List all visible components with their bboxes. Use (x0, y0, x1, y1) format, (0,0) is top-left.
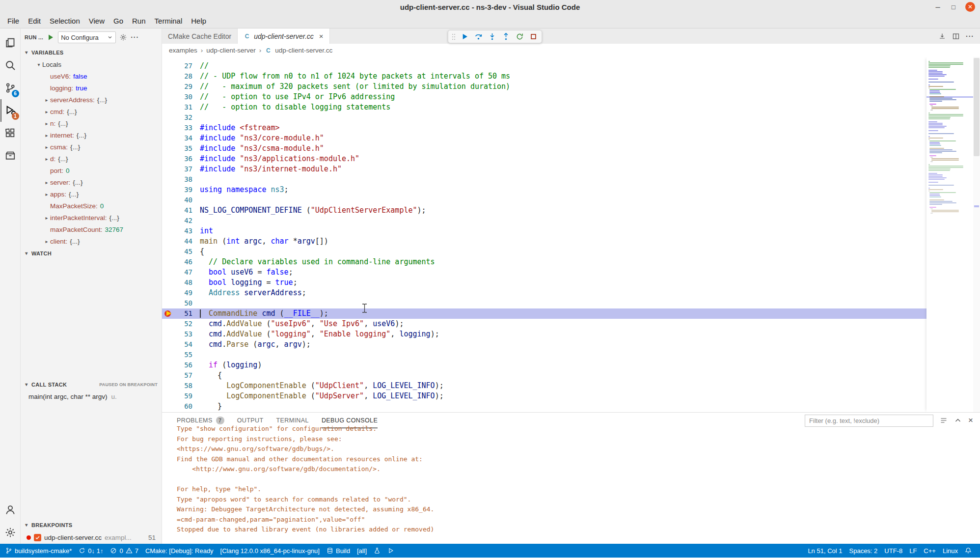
restart-button[interactable] (513, 31, 526, 43)
breakpoint-gutter[interactable] (162, 185, 175, 195)
menu-go[interactable]: Go (109, 14, 128, 28)
kit-status[interactable]: [Clang 12.0.0 x86_64-pc-linux-gnu] (217, 544, 323, 558)
launch-config-dropdown[interactable]: No Configura (58, 31, 116, 43)
variable-row-internet[interactable]: ▸internet:{...} (21, 129, 162, 141)
code-line-39[interactable]: 39using namespace ns3; (162, 185, 926, 195)
variable-row-port[interactable]: port:0 (21, 165, 162, 176)
more-actions-icon[interactable]: ··· (131, 33, 139, 41)
breakpoint-gutter[interactable] (162, 257, 175, 267)
extensions-icon[interactable] (0, 122, 20, 144)
menu-file[interactable]: File (3, 14, 24, 28)
console-prompt[interactable]: > (177, 536, 980, 540)
drag-handle-icon[interactable] (450, 31, 457, 43)
breakpoint-gutter[interactable] (162, 381, 175, 391)
code-line-44[interactable]: 44main (int argc, char *argv[]) (162, 236, 926, 247)
breakpoint-gutter[interactable] (162, 350, 175, 360)
variable-row-csma[interactable]: ▸csma:{...} (21, 141, 162, 153)
variable-row-useV6[interactable]: useV6:false (21, 70, 162, 82)
breadcrumb-file[interactable]: udp-client-server.cc (275, 47, 332, 54)
breakpoint-gutter[interactable] (162, 267, 175, 278)
code-line-57[interactable]: 57 { (162, 370, 926, 381)
close-button[interactable]: ✕ (965, 2, 975, 12)
code-line-46[interactable]: 46 // Declare variables used in command-… (162, 257, 926, 267)
explorer-icon[interactable] (0, 31, 20, 54)
breakpoint-gutter[interactable] (162, 391, 175, 401)
code-line-49[interactable]: 49 Address serverAddress; (162, 288, 926, 298)
variable-row-n[interactable]: ▸n:{...} (21, 117, 162, 129)
breakpoints-section-header[interactable]: ▾ BREAKPOINTS (21, 519, 162, 531)
variables-section-header[interactable]: ▾ VARIABLES (21, 46, 162, 58)
open-changes-icon[interactable] (938, 32, 946, 40)
menu-run[interactable]: Run (128, 14, 150, 28)
git-sync-status[interactable]: 0↓ 1↑ (75, 544, 107, 558)
ctest-button[interactable] (370, 544, 384, 558)
search-icon[interactable] (0, 54, 20, 77)
debug-gear-icon[interactable] (119, 33, 127, 41)
breadcrumb-examples[interactable]: examples (169, 47, 197, 54)
tab-udp-client-server[interactable]: C udp-client-server.cc × (238, 28, 329, 44)
breakpoint-gutter[interactable] (162, 164, 175, 174)
breakpoint-gutter[interactable] (162, 112, 175, 123)
code-line-51[interactable]: 51 CommandLine cmd (__FILE__); (162, 308, 926, 319)
variable-row-logging[interactable]: logging:true (21, 82, 162, 94)
breakpoint-gutter[interactable] (162, 247, 175, 257)
breakpoint-gutter[interactable] (162, 143, 175, 154)
language-mode[interactable]: C++ (920, 544, 939, 558)
breakpoint-gutter[interactable] (162, 412, 175, 412)
breakpoint-gutter[interactable] (162, 92, 175, 102)
step-into-button[interactable] (486, 31, 498, 43)
cursor-position[interactable]: Ln 51, Col 1 (804, 544, 845, 558)
git-branch-status[interactable]: buildsystem-cmake* (2, 544, 75, 558)
code-line-41[interactable]: 41NS_LOG_COMPONENT_DEFINE ("UdpClientSer… (162, 205, 926, 216)
breakpoint-gutter[interactable] (162, 123, 175, 133)
code-line-30[interactable]: 30// - option to use IPv4 or IPv6 addres… (162, 92, 926, 102)
breakpoint-row[interactable]: udp-client-server.cc exampl... 51 (21, 531, 162, 544)
split-editor-icon[interactable] (952, 32, 960, 40)
code-line-28[interactable]: 28// - UDP flow from n0 to n1 of 1024 by… (162, 71, 926, 82)
code-line-43[interactable]: 43int (162, 226, 926, 236)
debug-console[interactable]: Type "show configuration" for configurat… (162, 424, 980, 539)
breakpoint-gutter[interactable] (162, 133, 175, 143)
breakpoint-gutter[interactable] (162, 82, 175, 92)
breakpoint-gutter[interactable] (162, 308, 175, 319)
call-stack-section-header[interactable]: ▾ CALL STACK PAUSED ON BREAKPOINT (21, 378, 162, 391)
indentation[interactable]: Spaces: 2 (846, 544, 881, 558)
breakpoint-gutter[interactable] (162, 236, 175, 247)
breakpoint-gutter[interactable] (162, 216, 175, 226)
code-line-37[interactable]: 37#include "ns3/internet-module.h" (162, 164, 926, 174)
breakpoint-gutter[interactable] (162, 329, 175, 339)
menu-edit[interactable]: Edit (24, 14, 45, 28)
step-over-button[interactable] (472, 31, 485, 43)
variables-scope-locals[interactable]: ▾Locals (21, 58, 162, 70)
overview-ruler[interactable] (973, 57, 980, 412)
continue-button[interactable] (458, 31, 471, 43)
code-line-33[interactable]: 33#include <fstream> (162, 123, 926, 133)
build-button[interactable]: Build (323, 544, 354, 558)
breakpoint-gutter[interactable] (162, 195, 175, 205)
variable-row-interPacketInterval[interactable]: ▸interPacketInterval:{...} (21, 212, 162, 223)
breakpoint-checkbox[interactable] (34, 534, 41, 541)
watch-section-header[interactable]: ▾ WATCH (21, 247, 162, 259)
breakpoint-gutter[interactable] (162, 205, 175, 216)
variable-row-serverAddress[interactable]: ▸serverAddress:{...} (21, 94, 162, 106)
variable-row-MaxPacketSize[interactable]: MaxPacketSize:0 (21, 200, 162, 212)
archive-icon[interactable] (0, 144, 20, 167)
cmake-status[interactable]: CMake: [Debug]: Ready (142, 544, 217, 558)
accounts-icon[interactable] (0, 499, 20, 521)
minimize-button[interactable]: ─ (934, 3, 942, 11)
breakpoint-gutter[interactable] (162, 319, 175, 329)
source-control-icon[interactable]: 6 (0, 77, 20, 99)
code-line-50[interactable]: 50 (162, 298, 926, 308)
breakpoint-gutter[interactable] (162, 370, 175, 381)
menu-selection[interactable]: Selection (45, 14, 84, 28)
breakpoint-gutter[interactable] (162, 61, 175, 71)
code-line-42[interactable]: 42 (162, 216, 926, 226)
variable-row-d[interactable]: ▸d:{...} (21, 153, 162, 165)
variable-row-apps[interactable]: ▸apps:{...} (21, 188, 162, 200)
run-debug-icon[interactable]: 1 (0, 99, 20, 122)
code-line-27[interactable]: 27// (162, 61, 926, 71)
breadcrumb-udp-client-server[interactable]: udp-client-server (206, 47, 256, 54)
code-line-31[interactable]: 31// - option to disable logging stateme… (162, 102, 926, 112)
maximize-button[interactable]: □ (950, 3, 957, 11)
code-line-35[interactable]: 35#include "ns3/csma-module.h" (162, 143, 926, 154)
